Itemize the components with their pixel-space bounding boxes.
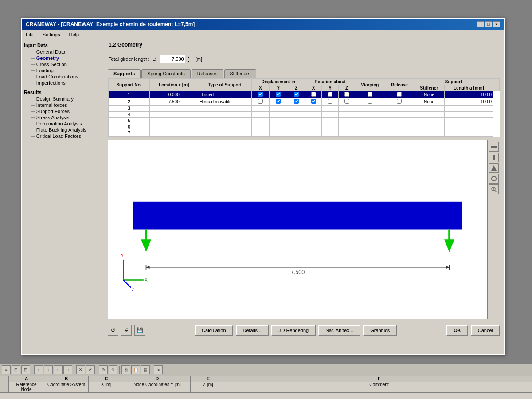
cell-type[interactable]: Hinged — [198, 91, 251, 98]
menu-settings[interactable]: Settings — [41, 32, 62, 37]
cell-dy[interactable] — [270, 91, 287, 98]
col-header-displacement: Displacement in — [251, 79, 305, 85]
sidebar-item-load-combinations[interactable]: Load Combinations — [24, 74, 102, 80]
cell-release[interactable] — [385, 91, 414, 98]
sidebar-item-imperfections[interactable]: Imperfections — [24, 80, 102, 86]
menu-bar: File Settings Help — [22, 30, 504, 39]
sidebar-item-loading[interactable]: Loading — [24, 67, 102, 74]
tb-btn-copy[interactable]: ⎘ — [121, 365, 130, 374]
ok-button[interactable]: OK — [446, 325, 468, 336]
tb-btn-4[interactable]: ↑ — [34, 365, 43, 374]
separator-3 — [97, 366, 97, 374]
reset-btn[interactable]: ↺ — [108, 325, 118, 336]
details-button[interactable]: Details... — [236, 325, 269, 336]
viz-btn-fy[interactable] — [489, 153, 499, 162]
maximize-button[interactable]: □ — [485, 21, 492, 27]
separator-5 — [152, 366, 152, 374]
tb-btn-9[interactable]: ✔ — [86, 365, 95, 374]
table-row[interactable]: 7 — [109, 130, 500, 137]
table-row[interactable]: 2 7.500 Hinged movable None — [109, 98, 500, 106]
cell-dz[interactable] — [287, 98, 305, 106]
cell-warping[interactable] — [355, 98, 385, 106]
close-button[interactable]: × — [493, 21, 500, 27]
tb-btn-2[interactable]: ⊞ — [12, 365, 20, 374]
col-dz: Z — [287, 85, 305, 91]
print-btn[interactable]: 🖨 — [121, 325, 132, 336]
cell-type[interactable]: Hinged movable — [198, 98, 251, 106]
spinner-up[interactable]: ▲ — [185, 55, 192, 59]
tb-btn-11[interactable]: ⊖ — [109, 365, 117, 374]
sidebar-item-geometry[interactable]: Geometry — [24, 55, 102, 61]
menu-help[interactable]: Help — [67, 32, 81, 37]
table-row[interactable]: 5 — [109, 118, 500, 124]
cell-ry[interactable] — [322, 98, 338, 106]
cell-rz[interactable] — [338, 91, 355, 98]
cell-stiffener[interactable]: None — [414, 98, 444, 106]
table-row[interactable]: 1 0.000 Hinged None 100. — [109, 91, 500, 98]
tb-btn-8[interactable]: ✕ — [76, 365, 85, 374]
tb-btn-3[interactable]: ⊟ — [21, 365, 30, 374]
cell-warping[interactable] — [355, 91, 385, 98]
content-area: Input Data General Data Geometry Cross-S… — [22, 39, 504, 338]
calculation-button[interactable]: Calculation — [195, 325, 233, 336]
export-btn[interactable]: 💾 — [134, 325, 145, 336]
rendering-button[interactable]: 3D Rendering — [271, 325, 316, 336]
tb-btn-paste[interactable]: 📋 — [131, 365, 140, 374]
ss-col-b: B Coordinate System — [44, 376, 89, 392]
tab-spring-constants[interactable]: Spring Constants — [141, 69, 190, 78]
cell-dz[interactable] — [287, 91, 305, 98]
length-spinner[interactable]: ▲ ▼ — [160, 55, 192, 63]
cell-length[interactable]: 100.0 — [444, 98, 493, 106]
sidebar-item-general-data[interactable]: General Data — [24, 49, 102, 55]
sidebar-item-cross-section[interactable]: Cross-Section — [24, 61, 102, 67]
cell-ry[interactable] — [322, 91, 338, 98]
ss-col-e: E Z [m] — [191, 376, 226, 392]
tab-releases[interactable]: Releases — [192, 69, 223, 78]
sidebar-item-design-summary[interactable]: Design Summary — [24, 96, 102, 102]
sidebar-item-plate-buckling[interactable]: Plate Buckling Analysis — [24, 127, 102, 133]
length-input[interactable] — [160, 55, 185, 63]
cell-location[interactable]: 7.500 — [150, 98, 198, 106]
menu-file[interactable]: File — [24, 32, 35, 37]
cell-length[interactable]: 100.0 — [444, 91, 493, 98]
cell-location[interactable]: 0.000 — [150, 91, 198, 98]
cell-release[interactable] — [385, 98, 414, 106]
tb-btn-6[interactable]: ← — [54, 365, 63, 374]
table-row[interactable]: 3 — [109, 106, 500, 112]
table-row[interactable]: 4 — [109, 112, 500, 118]
tb-btn-fx-formula[interactable]: fx — [154, 365, 163, 374]
tab-stiffeners[interactable]: Stiffeners — [224, 69, 256, 78]
sidebar-item-support-forces[interactable]: Support Forces — [24, 108, 102, 114]
cell-dy[interactable] — [270, 98, 287, 106]
sidebar-item-deformation-analysis[interactable]: Deformation Analysis — [24, 121, 102, 127]
tb-btn-sort[interactable]: ▤ — [141, 365, 150, 374]
cell-rx[interactable] — [305, 91, 321, 98]
svg-rect-1 — [493, 155, 495, 160]
right-support-arrow — [444, 239, 454, 252]
sidebar-item-stress-analysis[interactable]: Stress Analysis — [24, 114, 102, 121]
cell-dx[interactable] — [251, 91, 269, 98]
graphics-button[interactable]: Graphics — [363, 325, 397, 336]
ss-col-c-label: X [m] — [89, 382, 124, 387]
tb-btn-5[interactable]: ↓ — [44, 365, 53, 374]
minimize-button[interactable]: _ — [477, 21, 484, 27]
tb-btn-10[interactable]: ⊕ — [99, 365, 108, 374]
cell-dx[interactable] — [251, 98, 269, 106]
viz-btn-fc[interactable] — [489, 174, 499, 184]
cell-rx[interactable] — [305, 98, 321, 106]
cell-rz[interactable] — [338, 98, 355, 106]
viz-btn-fx[interactable] — [489, 142, 499, 152]
cancel-button[interactable]: Cancel — [471, 325, 500, 336]
nat-annex-button[interactable]: Nat. Annex... — [318, 325, 360, 336]
tab-supports[interactable]: Supports — [108, 69, 141, 78]
viz-btn-zoom[interactable] — [489, 184, 499, 194]
viz-btn-fz[interactable] — [489, 163, 499, 173]
spinner-down[interactable]: ▼ — [185, 59, 192, 63]
ss-col-d-label: Node Coordinates Y [m] — [124, 382, 190, 387]
sidebar-item-internal-forces[interactable]: Internal forces — [24, 102, 102, 108]
sidebar-item-critical-load[interactable]: Critical Load Factors — [24, 133, 102, 139]
tb-btn-7[interactable]: → — [63, 365, 72, 374]
table-row[interactable]: 6 — [109, 124, 500, 130]
cell-stiffener[interactable]: None — [414, 91, 444, 98]
tb-btn-1[interactable]: ≡ — [2, 365, 11, 374]
